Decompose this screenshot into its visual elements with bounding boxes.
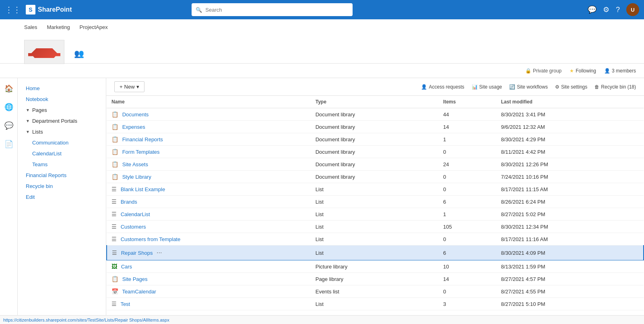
row-type-icon: ☰	[111, 211, 117, 217]
cell-items: 6	[438, 196, 496, 208]
cell-type: Events list	[311, 285, 438, 298]
site-thumbnail	[24, 40, 64, 64]
chat-icon[interactable]: 💬	[588, 5, 597, 14]
sidebar-item-recycle-bin[interactable]: Recycle bin	[18, 181, 106, 192]
sidebar-item-department-portals[interactable]: ▼ Department Portals	[18, 116, 106, 126]
search-bar[interactable]: 🔍	[192, 3, 353, 16]
help-icon[interactable]: ?	[616, 6, 620, 14]
table-row[interactable]: 📅 TeamCalendar Events list 0 8/27/2021 4…	[107, 285, 644, 298]
site-usage-link[interactable]: 📊 Site usage	[472, 84, 502, 90]
rail-home-icon[interactable]: 🏠	[2, 82, 15, 95]
following-button[interactable]: ★ Following	[570, 68, 596, 74]
row-name-link[interactable]: Financial Reports	[122, 136, 163, 142]
table-row[interactable]: ☰ Repair Shops ··· List 6 8/30/2021 4:09…	[107, 246, 644, 260]
row-name-link[interactable]: Site Pages	[122, 276, 148, 282]
table-row[interactable]: 📋 Documents Document library 44 8/30/202…	[107, 108, 644, 121]
cell-name: 🖼 Cars	[107, 260, 311, 273]
row-ellipsis-button[interactable]: ···	[154, 248, 164, 257]
row-type-icon: 📋	[111, 124, 118, 130]
access-requests-link[interactable]: 👤 Access requests	[421, 84, 464, 90]
cell-items: 14	[438, 121, 496, 133]
table-row[interactable]: ☰ CalendarList List 1 8/27/2021 5:02 PM	[107, 208, 644, 221]
status-bar: https://citizenbuilders.sharepoint.com/s…	[0, 315, 644, 324]
row-name-link[interactable]: Documents	[122, 111, 149, 118]
sub-nav: Sales Marketing ProjectApex 👥	[0, 19, 644, 64]
row-name-link[interactable]: Cars	[121, 264, 132, 270]
table-row[interactable]: ☰ Test List 3 8/27/2021 5:10 PM	[107, 298, 644, 310]
tab-marketing[interactable]: Marketing	[47, 24, 70, 32]
row-name-link[interactable]: Test	[120, 301, 130, 307]
table-row[interactable]: 📋 Style Library Document library 0 7/24/…	[107, 171, 644, 183]
sidebar-item-communication[interactable]: Communication	[18, 137, 106, 148]
sidebar-edit-link[interactable]: Edit	[18, 192, 106, 202]
cell-items: 10	[438, 260, 496, 273]
cell-name: 📋 Documents	[107, 108, 311, 121]
table-row[interactable]: 📋 Site Assets Document library 24 8/30/2…	[107, 158, 644, 171]
members-label[interactable]: 👤 3 members	[604, 68, 636, 74]
content-toolbar: + New ▾ 👤 Access requests 📊 Site usage 🔄…	[106, 78, 644, 96]
table-row[interactable]: ☰ Customers from Template List 0 8/17/20…	[107, 233, 644, 246]
row-name-link[interactable]: Customers	[121, 224, 146, 230]
row-name-link[interactable]: Style Library	[122, 174, 151, 180]
row-name-link[interactable]: Site Assets	[122, 161, 148, 167]
row-name-link[interactable]: Brands	[121, 199, 137, 205]
cell-type: Page library	[311, 273, 438, 285]
sidebar-item-calendarlist[interactable]: CalendarList	[18, 148, 106, 159]
row-type-icon: 📋	[111, 173, 118, 180]
rail-chat-icon[interactable]: 💬	[2, 119, 15, 132]
table-row[interactable]: ☰ Blank List Example List 0 8/17/2021 11…	[107, 183, 644, 196]
search-icon: 🔍	[196, 7, 202, 13]
chevron-icon: ▾	[136, 84, 139, 90]
plus-icon: +	[120, 84, 123, 90]
row-type-icon: 📋	[111, 276, 118, 282]
sidebar-item-home[interactable]: Home	[18, 83, 106, 94]
row-name-link[interactable]: Blank List Example	[121, 186, 165, 192]
site-workflows-link[interactable]: 🔄 Site workflows	[509, 84, 548, 90]
table-row[interactable]: ☰ Customers List 105 8/30/2021 12:34 PM	[107, 221, 644, 233]
row-name-link[interactable]: CalendarList	[121, 211, 150, 217]
table-row[interactable]: 🖼 Cars Picture library 10 8/13/2021 1:59…	[107, 260, 644, 273]
cell-items: 6	[438, 246, 496, 260]
status-url[interactable]: https://citizenbuilders.sharepoint.com/s…	[3, 318, 169, 322]
table-row[interactable]: 📋 Form Templates Document library 0 8/11…	[107, 146, 644, 158]
rail-doc-icon[interactable]: 📄	[2, 138, 15, 151]
table-row[interactable]: 📋 Site Pages Page library 14 8/27/2021 4…	[107, 273, 644, 285]
row-name-link[interactable]: Customers from Template	[121, 236, 181, 242]
sidebar-item-notebook[interactable]: Notebook	[18, 94, 106, 105]
row-name-link[interactable]: Repair Shops	[121, 250, 153, 256]
cell-modified: 8/27/2021 5:10 PM	[496, 298, 644, 310]
col-modified: Last modified	[496, 96, 644, 108]
row-name-link[interactable]: TeamCalendar	[122, 289, 156, 295]
rail-globe-icon[interactable]: 🌐	[2, 101, 15, 114]
row-name-link[interactable]: Expenses	[122, 124, 145, 130]
avatar[interactable]: U	[626, 3, 639, 16]
new-button[interactable]: + New ▾	[114, 81, 144, 92]
sidebar-item-lists[interactable]: ▼ Lists	[18, 126, 106, 137]
cell-modified: 9/6/2021 12:32 AM	[496, 121, 644, 133]
table-row[interactable]: 📋 Financial Reports Document library 1 8…	[107, 133, 644, 146]
sidebar-item-financial-reports[interactable]: Financial Reports	[18, 170, 106, 181]
waffle-icon[interactable]: ⋮⋮	[5, 5, 21, 14]
left-rail: 🏠 🌐 💬 📄	[0, 78, 18, 315]
col-type: Type	[311, 96, 438, 108]
row-name-link[interactable]: Form Templates	[122, 149, 160, 155]
cell-type: Document library	[311, 171, 438, 183]
cell-items: 3	[438, 298, 496, 310]
site-settings-link[interactable]: ⚙ Site settings	[555, 84, 587, 90]
table-row[interactable]: ☰ Brands List 6 8/26/2021 6:24 PM	[107, 196, 644, 208]
table-row[interactable]: 📋 Expenses Document library 14 9/6/2021 …	[107, 121, 644, 133]
sidebar-item-pages[interactable]: ▼ Pages	[18, 105, 106, 116]
col-name: Name	[107, 96, 311, 108]
cell-modified: 8/27/2021 5:02 PM	[496, 208, 644, 221]
settings-icon[interactable]: ⚙	[603, 5, 609, 14]
cell-modified: 8/30/2021 4:29 PM	[496, 133, 644, 146]
cell-modified: 8/11/2021 4:42 PM	[496, 146, 644, 158]
search-input[interactable]	[205, 7, 349, 13]
tab-sales[interactable]: Sales	[24, 24, 37, 32]
recycle-bin-link[interactable]: 🗑 Recycle bin (18)	[594, 84, 636, 90]
cell-name: ☰ CalendarList	[107, 208, 311, 221]
cell-items: 1	[438, 208, 496, 221]
sidebar-item-teams[interactable]: Teams	[18, 159, 106, 170]
tab-projectapex[interactable]: ProjectApex	[80, 24, 108, 32]
cell-name: 📋 Style Library	[107, 171, 311, 183]
